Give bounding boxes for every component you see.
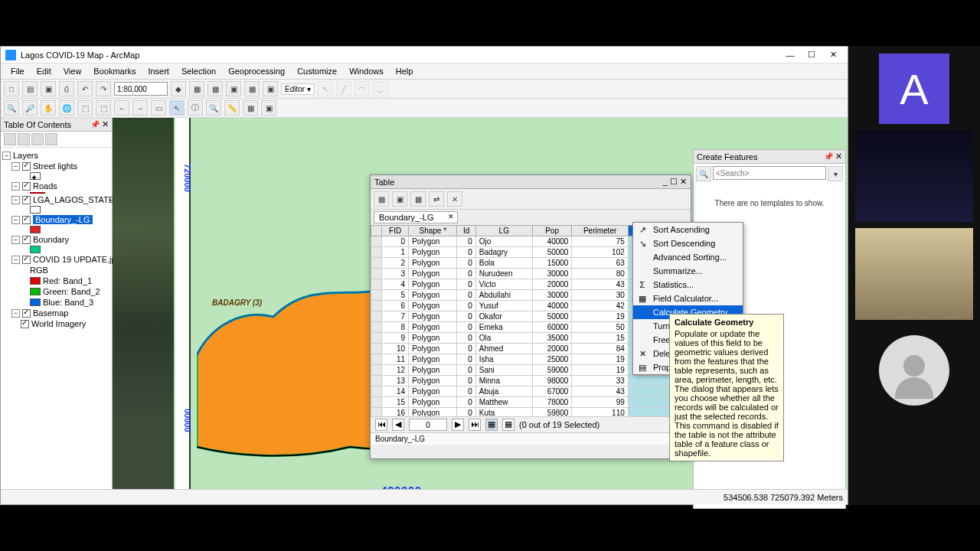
row-header[interactable]	[371, 279, 382, 290]
expand-icon[interactable]: −	[11, 309, 20, 318]
tool-button[interactable]: ▦	[243, 100, 258, 116]
dropdown-icon[interactable]: ▾	[828, 166, 843, 181]
menu-geoprocessing[interactable]: Geoprocessing	[223, 65, 290, 77]
menu-insert[interactable]: Insert	[142, 65, 175, 77]
column-header[interactable]: LG	[475, 226, 532, 236]
row-header[interactable]	[371, 333, 382, 344]
close-button[interactable]: ✕	[823, 48, 843, 62]
expand-icon[interactable]: −	[11, 162, 20, 171]
show-all-button[interactable]: ▦	[485, 419, 498, 431]
symbol-icon[interactable]	[30, 192, 45, 194]
row-header[interactable]	[371, 236, 382, 247]
related-tables-button[interactable]: ▣	[392, 191, 407, 207]
minimize-icon[interactable]: _	[663, 177, 668, 186]
row-header[interactable]	[371, 311, 382, 322]
tool-button[interactable]: ▦	[244, 81, 260, 96]
row-header[interactable]	[371, 290, 382, 301]
tool-button[interactable]: ⬚	[77, 100, 93, 116]
row-header[interactable]	[371, 354, 382, 365]
search-input[interactable]	[713, 166, 826, 180]
list-by-drawing-icon[interactable]	[4, 133, 16, 145]
prev-record-button[interactable]: ◀	[392, 419, 404, 431]
layer-checkbox[interactable]	[22, 236, 31, 244]
row-header[interactable]	[371, 269, 382, 279]
maximize-button[interactable]: ☐	[802, 48, 822, 62]
symbol-icon[interactable]	[30, 226, 41, 233]
row-header[interactable]	[371, 365, 382, 376]
switch-selection-button[interactable]: ⇄	[429, 191, 444, 207]
layer-checkbox[interactable]	[22, 182, 31, 191]
row-header[interactable]	[371, 322, 382, 333]
tool-button[interactable]: ▣	[226, 81, 241, 96]
layer-checkbox[interactable]	[22, 162, 31, 171]
row-header[interactable]	[371, 301, 382, 311]
column-header[interactable]: FID	[382, 226, 409, 236]
table-row[interactable]: 13Polygon0Minna98000330	[371, 376, 691, 386]
row-header[interactable]	[371, 376, 382, 386]
find-button[interactable]: 🔍	[206, 100, 221, 116]
menu-item[interactable]: ↗Sort Ascending	[633, 223, 743, 236]
tool-button[interactable]: ▦	[189, 81, 204, 96]
layer-item[interactable]: Basemap	[33, 308, 68, 318]
menu-item[interactable]: Advanced Sorting...	[633, 250, 743, 264]
close-icon[interactable]: ✕	[102, 119, 109, 129]
back-button[interactable]: ←	[114, 100, 129, 116]
editor-dropdown[interactable]: Editor ▾	[281, 83, 315, 95]
list-by-source-icon[interactable]	[18, 133, 30, 145]
menu-customize[interactable]: Customize	[292, 65, 342, 77]
expand-icon[interactable]: −	[11, 182, 20, 191]
edit-tool[interactable]: ◡	[373, 81, 388, 96]
identify-button[interactable]: ⓘ	[188, 100, 203, 116]
menu-bookmarks[interactable]: Bookmarks	[88, 65, 141, 77]
menu-item[interactable]: ↘Sort Descending	[633, 236, 743, 250]
list-by-visibility-icon[interactable]	[31, 133, 44, 145]
layer-item[interactable]: LGA_LAGOS_STATE	[33, 195, 114, 204]
last-record-button[interactable]: ⏭	[469, 419, 481, 431]
menu-item[interactable]: ▦Field Calculator...	[633, 292, 743, 305]
tool-button[interactable]: ▣	[261, 100, 276, 116]
bottom-tab[interactable]: Boundary_-LG	[371, 432, 691, 445]
pin-icon[interactable]: 📌	[824, 152, 833, 161]
table-row[interactable]: 16Polygon0Kuta598001100	[371, 408, 691, 417]
expand-icon[interactable]: −	[11, 216, 20, 224]
column-header[interactable]: Pop	[532, 226, 572, 236]
menu-file[interactable]: File	[5, 65, 30, 77]
minimize-button[interactable]: —	[780, 48, 800, 62]
layers-root[interactable]: Layers	[13, 151, 38, 160]
layer-item[interactable]: COVID 19 UPDATE.jpg	[33, 255, 121, 264]
row-header[interactable]	[371, 408, 382, 417]
tool-button[interactable]: ▦	[207, 81, 223, 96]
zoom-in-button[interactable]: 🔍	[4, 100, 19, 116]
forward-button[interactable]: →	[132, 100, 148, 116]
record-input[interactable]	[409, 419, 447, 431]
table-options-button[interactable]: ▦	[374, 191, 389, 207]
save-button[interactable]: ▣	[41, 81, 56, 96]
column-header[interactable]: Shape *	[409, 226, 457, 236]
maximize-icon[interactable]: ☐	[670, 177, 678, 186]
pan-button[interactable]: ✋	[41, 100, 56, 116]
column-header[interactable]: Id	[457, 226, 475, 236]
close-tab-icon[interactable]: ✕	[448, 213, 454, 220]
symbol-icon[interactable]: ✦	[30, 172, 41, 180]
print-button[interactable]: ⎙	[59, 81, 74, 96]
pointer-button[interactable]: ↖	[169, 100, 185, 116]
symbol-icon[interactable]	[30, 246, 41, 253]
expand-icon[interactable]: −	[11, 196, 20, 204]
expand-icon[interactable]: −	[2, 152, 11, 160]
menu-edit[interactable]: Edit	[31, 65, 57, 77]
filter-icon[interactable]: 🔍	[696, 166, 711, 181]
edit-tool[interactable]: ↖	[318, 81, 333, 96]
menu-selection[interactable]: Selection	[176, 65, 221, 77]
row-header[interactable]	[371, 344, 382, 354]
layer-checkbox[interactable]	[22, 256, 31, 264]
zoom-out-button[interactable]: 🔎	[22, 100, 38, 116]
column-header[interactable]: Perimeter	[572, 226, 628, 236]
layer-item[interactable]: Boundary	[33, 235, 69, 244]
expand-icon[interactable]: −	[11, 236, 20, 244]
tool-button[interactable]: ◆	[171, 81, 186, 96]
edit-tool[interactable]: ◠	[354, 81, 370, 96]
tool-button[interactable]: ▣	[263, 81, 278, 96]
list-by-selection-icon[interactable]	[45, 133, 57, 145]
expand-icon[interactable]: −	[11, 256, 20, 264]
row-header[interactable]	[371, 258, 382, 269]
